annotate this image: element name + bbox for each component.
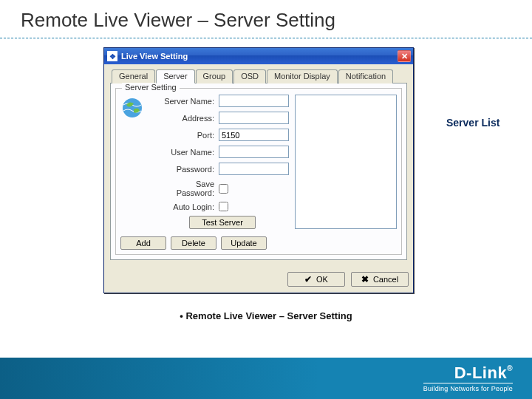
tab-server[interactable]: Server bbox=[156, 69, 194, 83]
tab-osd[interactable]: OSD bbox=[233, 69, 266, 83]
app-icon: ❖ bbox=[107, 51, 117, 61]
footer-bar: D-Link® Building Networks for People bbox=[0, 358, 532, 399]
auto-login-label: Auto Login: bbox=[173, 202, 214, 211]
tab-general[interactable]: General bbox=[112, 69, 155, 83]
liveview-dialog: ❖ Live View Setting ✕ General Server Gro… bbox=[103, 47, 414, 293]
delete-button[interactable]: Delete bbox=[171, 236, 216, 250]
stage: ❖ Live View Setting ✕ General Server Gro… bbox=[0, 38, 532, 334]
port-input[interactable] bbox=[219, 129, 289, 141]
server-name-input[interactable] bbox=[219, 95, 289, 107]
check-icon: ✔ bbox=[304, 274, 312, 284]
cancel-label: Cancel bbox=[373, 275, 398, 284]
close-icon[interactable]: ✕ bbox=[398, 50, 411, 62]
x-icon: ✖ bbox=[361, 274, 369, 284]
tab-monitor-display[interactable]: Monitor Display bbox=[267, 69, 338, 83]
tab-panel-server: Server Setting bbox=[110, 83, 407, 260]
username-input[interactable] bbox=[219, 146, 289, 158]
dialog-footer: ✔ OK ✖ Cancel bbox=[104, 266, 413, 293]
brand-tagline: Building Networks for People bbox=[423, 383, 513, 392]
server-setting-group: Server Setting bbox=[115, 88, 402, 255]
tab-strip: General Server Group OSD Monitor Display… bbox=[110, 69, 407, 83]
server-list[interactable] bbox=[295, 95, 397, 229]
ok-button[interactable]: ✔ OK bbox=[287, 272, 345, 287]
globe-icon bbox=[120, 96, 144, 120]
cancel-button[interactable]: ✖ Cancel bbox=[351, 272, 409, 287]
server-name-label: Server Name: bbox=[164, 97, 214, 106]
update-button[interactable]: Update bbox=[221, 236, 267, 250]
callout-label: Server List bbox=[446, 117, 499, 129]
password-input[interactable] bbox=[219, 163, 289, 175]
slide-title: Remote Live Viewer – Server Setting bbox=[0, 0, 532, 38]
brand-logo: D-Link® bbox=[423, 365, 513, 381]
svg-line-1 bbox=[361, 92, 435, 92]
window-title: Live View Setting bbox=[121, 52, 398, 61]
save-password-label: Save Password: bbox=[156, 180, 214, 197]
titlebar: ❖ Live View Setting ✕ bbox=[104, 48, 413, 64]
address-label: Address: bbox=[183, 114, 214, 123]
port-label: Port: bbox=[197, 131, 214, 140]
auto-login-checkbox[interactable] bbox=[219, 202, 228, 211]
test-server-button[interactable]: Test Server bbox=[189, 216, 256, 229]
password-label: Password: bbox=[177, 165, 214, 174]
svg-point-0 bbox=[123, 98, 142, 117]
username-label: User Name: bbox=[171, 148, 214, 157]
address-input[interactable] bbox=[219, 112, 289, 124]
caption: • Remote Live Viewer – Server Setting bbox=[0, 310, 532, 321]
ok-label: OK bbox=[316, 275, 328, 284]
add-button[interactable]: Add bbox=[120, 236, 166, 250]
tab-group[interactable]: Group bbox=[196, 69, 233, 83]
group-legend: Server Setting bbox=[122, 83, 180, 92]
save-password-checkbox[interactable] bbox=[219, 184, 228, 194]
callout-line bbox=[361, 92, 443, 92]
tab-notification[interactable]: Notification bbox=[338, 69, 393, 83]
